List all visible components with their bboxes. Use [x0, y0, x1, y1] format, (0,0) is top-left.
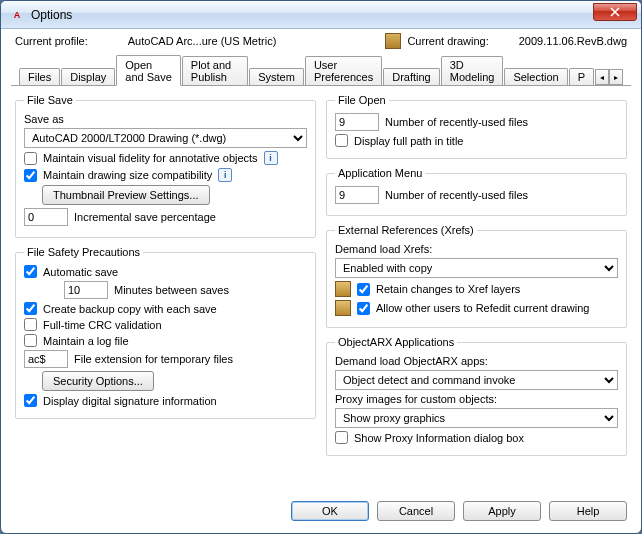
current-profile-value: AutoCAD Arc...ure (US Metric)	[128, 35, 277, 47]
tab-system[interactable]: System	[249, 68, 304, 85]
lbl-full-path-in-title: Display full path in title	[354, 135, 463, 147]
save-as-label: Save as	[24, 113, 64, 125]
info-icon[interactable]: i	[218, 168, 232, 182]
tab-content: File Save Save as AutoCAD 2000/LT2000 Dr…	[1, 86, 641, 493]
lbl-display-signature: Display digital signature information	[43, 395, 217, 407]
cb-full-path-in-title[interactable]	[335, 134, 348, 147]
tab-plot-and-publish[interactable]: Plot and Publish	[182, 56, 248, 85]
cb-maintain-size-compat[interactable]	[24, 169, 37, 182]
drawing-icon	[385, 33, 401, 49]
app-menu-recent-input[interactable]	[335, 186, 379, 204]
right-column: File Open Number of recently-used files …	[326, 94, 627, 487]
incremental-save-label: Incremental save percentage	[74, 211, 216, 223]
lbl-create-backup: Create backup copy with each save	[43, 303, 217, 315]
demand-load-arx-label: Demand load ObjectARX apps:	[335, 355, 488, 367]
lbl-crc-validation: Full-time CRC validation	[43, 319, 162, 331]
cb-crc-validation[interactable]	[24, 318, 37, 331]
cb-allow-refedit[interactable]	[357, 302, 370, 315]
current-drawing-value: 2009.11.06.RevB.dwg	[519, 35, 627, 47]
temp-file-extension-input[interactable]	[24, 350, 68, 368]
tab-files[interactable]: Files	[19, 68, 60, 85]
lbl-allow-refedit: Allow other users to Refedit current dra…	[376, 302, 589, 314]
cb-maintain-visual-fidelity[interactable]	[24, 152, 37, 165]
cb-retain-xref-changes[interactable]	[357, 283, 370, 296]
info-icon[interactable]: i	[264, 151, 278, 165]
app-menu-recent-label: Number of recently-used files	[385, 189, 528, 201]
legend-objectarx: ObjectARX Applications	[335, 336, 457, 348]
group-objectarx: ObjectARX Applications Demand load Objec…	[326, 336, 627, 456]
cb-show-proxy-dialog[interactable]	[335, 431, 348, 444]
demand-load-xrefs-select[interactable]: Enabled with copy	[335, 258, 618, 278]
legend-application-menu: Application Menu	[335, 167, 425, 179]
group-file-safety: File Safety Precautions Automatic save M…	[15, 246, 316, 419]
app-icon: A	[9, 7, 25, 23]
current-profile-label: Current profile:	[15, 35, 88, 47]
lbl-show-proxy-dialog: Show Proxy Information dialog box	[354, 432, 524, 444]
cancel-button[interactable]: Cancel	[377, 501, 455, 521]
tab-display[interactable]: Display	[61, 68, 115, 85]
minutes-between-saves-input[interactable]	[64, 281, 108, 299]
lbl-retain-xref-changes: Retain changes to Xref layers	[376, 283, 520, 295]
lbl-automatic-save: Automatic save	[43, 266, 118, 278]
dialog-footer: OK Cancel Apply Help	[1, 493, 641, 533]
left-column: File Save Save as AutoCAD 2000/LT2000 Dr…	[15, 94, 316, 487]
tab-selection[interactable]: Selection	[504, 68, 567, 85]
apply-button[interactable]: Apply	[463, 501, 541, 521]
demand-load-xrefs-label: Demand load Xrefs:	[335, 243, 432, 255]
window-title: Options	[31, 8, 593, 22]
tabstrip: Files Display Open and Save Plot and Pub…	[11, 55, 631, 86]
minutes-between-saves-label: Minutes between saves	[114, 284, 229, 296]
tab-scroll-right[interactable]: ▸	[609, 69, 623, 85]
proxy-images-select[interactable]: Show proxy graphics	[335, 408, 618, 428]
group-file-save: File Save Save as AutoCAD 2000/LT2000 Dr…	[15, 94, 316, 238]
proxy-images-label: Proxy images for custom objects:	[335, 393, 497, 405]
legend-file-open: File Open	[335, 94, 389, 106]
titlebar: A Options	[1, 1, 641, 29]
tab-scroll-left[interactable]: ◂	[595, 69, 609, 85]
tab-drafting[interactable]: Drafting	[383, 68, 440, 85]
tab-user-preferences[interactable]: User Preferences	[305, 56, 382, 85]
temp-file-extension-label: File extension for temporary files	[74, 353, 233, 365]
close-button[interactable]	[593, 3, 637, 21]
profile-row: Current profile: AutoCAD Arc...ure (US M…	[1, 29, 641, 51]
group-external-references: External References (Xrefs) Demand load …	[326, 224, 627, 328]
legend-external-references: External References (Xrefs)	[335, 224, 477, 236]
lbl-maintain-size-compat: Maintain drawing size compatibility	[43, 169, 212, 181]
group-file-open: File Open Number of recently-used files …	[326, 94, 627, 159]
save-as-format-select[interactable]: AutoCAD 2000/LT2000 Drawing (*.dwg)	[24, 128, 307, 148]
current-drawing-label: Current drawing:	[407, 35, 488, 47]
drawing-icon	[335, 300, 351, 316]
close-icon	[610, 7, 620, 17]
cb-display-signature[interactable]	[24, 394, 37, 407]
drawing-icon	[335, 281, 351, 297]
thumbnail-preview-settings-button[interactable]: Thumbnail Preview Settings...	[42, 185, 210, 205]
tab-p[interactable]: P	[569, 68, 594, 85]
tab-3d-modeling[interactable]: 3D Modeling	[441, 56, 504, 85]
help-button[interactable]: Help	[549, 501, 627, 521]
lbl-maintain-visual-fidelity: Maintain visual fidelity for annotative …	[43, 152, 258, 164]
legend-file-safety: File Safety Precautions	[24, 246, 143, 258]
cb-create-backup[interactable]	[24, 302, 37, 315]
legend-file-save: File Save	[24, 94, 76, 106]
demand-load-arx-select[interactable]: Object detect and command invoke	[335, 370, 618, 390]
file-open-recent-input[interactable]	[335, 113, 379, 131]
group-application-menu: Application Menu Number of recently-used…	[326, 167, 627, 216]
cb-automatic-save[interactable]	[24, 265, 37, 278]
options-dialog: A Options Current profile: AutoCAD Arc..…	[0, 0, 642, 534]
incremental-save-input[interactable]	[24, 208, 68, 226]
ok-button[interactable]: OK	[291, 501, 369, 521]
cb-maintain-log-file[interactable]	[24, 334, 37, 347]
lbl-maintain-log-file: Maintain a log file	[43, 335, 129, 347]
tab-open-and-save[interactable]: Open and Save	[116, 55, 181, 86]
security-options-button[interactable]: Security Options...	[42, 371, 154, 391]
file-open-recent-label: Number of recently-used files	[385, 116, 528, 128]
